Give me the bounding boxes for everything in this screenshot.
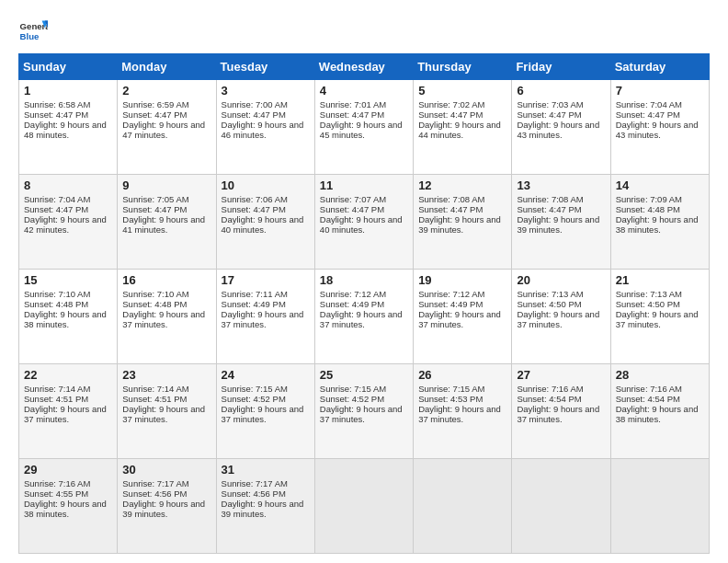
sunset: Sunset: 4:53 PM <box>418 394 483 404</box>
sunrise: Sunrise: 7:04 AM <box>24 194 90 204</box>
day-number: 9 <box>122 178 210 192</box>
sunset: Sunset: 4:48 PM <box>122 299 187 309</box>
day-number: 25 <box>320 368 408 382</box>
day-number: 21 <box>616 273 704 287</box>
sunrise: Sunrise: 7:08 AM <box>418 194 484 204</box>
day-number: 12 <box>418 178 506 192</box>
daylight: Daylight: 9 hours and 43 minutes. <box>517 120 599 140</box>
daylight: Daylight: 9 hours and 39 minutes. <box>122 499 205 519</box>
day-number: 28 <box>616 368 704 382</box>
day-number: 6 <box>517 84 605 98</box>
calendar-cell: 30Sunrise: 7:17 AMSunset: 4:56 PMDayligh… <box>118 459 216 554</box>
sunrise: Sunrise: 7:15 AM <box>320 384 386 394</box>
calendar-cell: 10Sunrise: 7:06 AMSunset: 4:47 PMDayligh… <box>216 175 314 270</box>
sunrise: Sunrise: 7:16 AM <box>616 384 682 394</box>
daylight: Daylight: 9 hours and 38 minutes. <box>24 499 107 519</box>
calendar-cell: 1Sunrise: 6:58 AMSunset: 4:47 PMDaylight… <box>19 80 118 175</box>
calendar-cell: 5Sunrise: 7:02 AMSunset: 4:47 PMDaylight… <box>414 80 512 175</box>
sunrise: Sunrise: 7:12 AM <box>320 289 386 299</box>
sunrise: Sunrise: 7:17 AM <box>222 478 288 488</box>
sunset: Sunset: 4:49 PM <box>418 299 483 309</box>
calendar-cell: 14Sunrise: 7:09 AMSunset: 4:48 PMDayligh… <box>610 175 709 270</box>
sunset: Sunset: 4:51 PM <box>122 394 187 404</box>
calendar-cell: 9Sunrise: 7:05 AMSunset: 4:47 PMDaylight… <box>118 175 216 270</box>
sunrise: Sunrise: 7:03 AM <box>517 99 583 109</box>
weekday-header-wednesday: Wednesday <box>314 54 413 80</box>
day-number: 18 <box>320 273 408 287</box>
sunset: Sunset: 4:47 PM <box>24 204 88 214</box>
calendar-cell: 3Sunrise: 7:00 AMSunset: 4:47 PMDaylight… <box>216 80 314 175</box>
calendar-cell <box>314 459 413 554</box>
day-number: 11 <box>320 178 408 192</box>
sunrise: Sunrise: 7:17 AM <box>122 478 188 488</box>
daylight: Daylight: 9 hours and 37 minutes. <box>24 404 107 424</box>
sunrise: Sunrise: 7:05 AM <box>122 194 188 204</box>
calendar-cell: 17Sunrise: 7:11 AMSunset: 4:49 PMDayligh… <box>216 270 314 364</box>
calendar-cell: 13Sunrise: 7:08 AMSunset: 4:47 PMDayligh… <box>512 175 610 270</box>
calendar-cell: 6Sunrise: 7:03 AMSunset: 4:47 PMDaylight… <box>512 80 610 175</box>
sunset: Sunset: 4:56 PM <box>122 488 187 499</box>
sunrise: Sunrise: 7:15 AM <box>222 384 288 394</box>
svg-text:Blue: Blue <box>20 31 40 41</box>
sunset: Sunset: 4:47 PM <box>222 204 286 214</box>
sunrise: Sunrise: 6:59 AM <box>122 99 188 109</box>
calendar-cell: 15Sunrise: 7:10 AMSunset: 4:48 PMDayligh… <box>19 270 118 364</box>
sunset: Sunset: 4:50 PM <box>517 299 581 309</box>
sunset: Sunset: 4:47 PM <box>320 204 384 214</box>
week-row-3: 15Sunrise: 7:10 AMSunset: 4:48 PMDayligh… <box>19 270 710 364</box>
daylight: Daylight: 9 hours and 42 minutes. <box>24 214 107 235</box>
sunset: Sunset: 4:50 PM <box>616 299 680 309</box>
day-number: 17 <box>222 273 310 287</box>
sunrise: Sunrise: 7:02 AM <box>418 99 484 109</box>
calendar-cell: 18Sunrise: 7:12 AMSunset: 4:49 PMDayligh… <box>314 270 413 364</box>
sunrise: Sunrise: 7:16 AM <box>517 384 583 394</box>
sunset: Sunset: 4:48 PM <box>24 299 88 309</box>
daylight: Daylight: 9 hours and 37 minutes. <box>122 404 205 424</box>
daylight: Daylight: 9 hours and 39 minutes. <box>517 214 599 235</box>
day-number: 8 <box>24 178 112 192</box>
daylight: Daylight: 9 hours and 37 minutes. <box>320 404 403 424</box>
daylight: Daylight: 9 hours and 37 minutes. <box>418 404 501 424</box>
day-number: 7 <box>616 84 704 98</box>
day-number: 5 <box>418 84 506 98</box>
daylight: Daylight: 9 hours and 37 minutes. <box>122 309 205 329</box>
day-number: 24 <box>222 368 310 382</box>
calendar-cell <box>512 459 610 554</box>
daylight: Daylight: 9 hours and 37 minutes. <box>517 404 599 424</box>
sunset: Sunset: 4:52 PM <box>320 394 384 404</box>
sunrise: Sunrise: 7:15 AM <box>418 384 484 394</box>
weekday-header-saturday: Saturday <box>610 54 709 80</box>
daylight: Daylight: 9 hours and 37 minutes. <box>222 309 304 329</box>
week-row-5: 29Sunrise: 7:16 AMSunset: 4:55 PMDayligh… <box>19 459 710 554</box>
sunrise: Sunrise: 6:58 AM <box>24 99 90 109</box>
day-number: 29 <box>24 463 112 477</box>
logo-icon: General Blue <box>18 15 48 44</box>
sunrise: Sunrise: 7:04 AM <box>616 99 682 109</box>
sunset: Sunset: 4:56 PM <box>222 488 286 499</box>
day-number: 20 <box>517 273 605 287</box>
logo: General Blue <box>18 15 48 44</box>
sunset: Sunset: 4:47 PM <box>418 204 483 214</box>
sunset: Sunset: 4:48 PM <box>616 204 680 214</box>
calendar-cell: 28Sunrise: 7:16 AMSunset: 4:54 PMDayligh… <box>610 364 709 459</box>
calendar-cell: 24Sunrise: 7:15 AMSunset: 4:52 PMDayligh… <box>216 364 314 459</box>
sunset: Sunset: 4:47 PM <box>418 109 483 120</box>
daylight: Daylight: 9 hours and 44 minutes. <box>418 120 501 140</box>
calendar-cell: 16Sunrise: 7:10 AMSunset: 4:48 PMDayligh… <box>118 270 216 364</box>
sunrise: Sunrise: 7:00 AM <box>222 99 288 109</box>
sunrise: Sunrise: 7:12 AM <box>418 289 484 299</box>
calendar-cell: 22Sunrise: 7:14 AMSunset: 4:51 PMDayligh… <box>19 364 118 459</box>
weekday-header-tuesday: Tuesday <box>216 54 314 80</box>
daylight: Daylight: 9 hours and 48 minutes. <box>24 120 107 140</box>
weekday-header-sunday: Sunday <box>19 54 118 80</box>
header: General Blue <box>18 15 710 44</box>
calendar-cell: 8Sunrise: 7:04 AMSunset: 4:47 PMDaylight… <box>19 175 118 270</box>
daylight: Daylight: 9 hours and 46 minutes. <box>222 120 304 140</box>
calendar-cell: 4Sunrise: 7:01 AMSunset: 4:47 PMDaylight… <box>314 80 413 175</box>
sunset: Sunset: 4:49 PM <box>320 299 384 309</box>
day-number: 13 <box>517 178 605 192</box>
daylight: Daylight: 9 hours and 38 minutes. <box>24 309 107 329</box>
sunset: Sunset: 4:47 PM <box>24 109 88 120</box>
day-number: 22 <box>24 368 112 382</box>
calendar-cell: 27Sunrise: 7:16 AMSunset: 4:54 PMDayligh… <box>512 364 610 459</box>
